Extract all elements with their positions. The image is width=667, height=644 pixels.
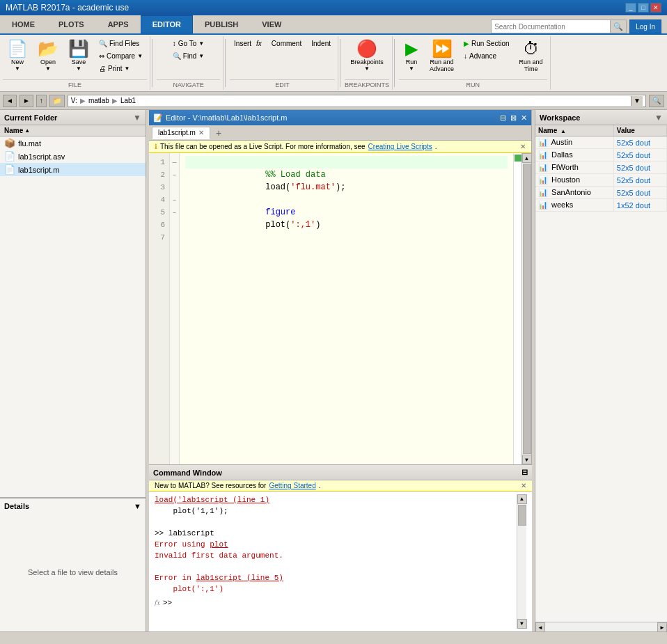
minimize-button[interactable]: _ [625, 3, 636, 13]
run-button[interactable]: ▶ Run ▼ [399, 38, 424, 74]
save-dropdown-icon: ▼ [76, 65, 81, 72]
path-search-button[interactable]: 🔍 [649, 95, 664, 107]
indent-button[interactable]: Indent [307, 38, 335, 49]
save-icon: 💾 [68, 40, 89, 57]
advance-button[interactable]: ↓ Advance [460, 50, 513, 62]
cmd-notification-close[interactable]: ✕ [521, 482, 526, 489]
editor-float-btn[interactable]: ⊠ [510, 113, 517, 123]
comment-button[interactable]: Comment [267, 38, 306, 49]
lab1script-error-link[interactable]: lab1script (line 5) [196, 574, 283, 582]
breakpoints-button[interactable]: 🔴 Breakpoints ▼ [346, 38, 388, 74]
browse-button[interactable]: 📁 [49, 95, 65, 107]
tab-home[interactable]: HOME [0, 15, 47, 33]
tab-view[interactable]: VIEW [250, 15, 293, 33]
austin-icon: 📊 [538, 138, 548, 146]
editor-scroll-up[interactable]: ▲ [522, 153, 532, 163]
current-folder-menu[interactable]: ▼ [133, 113, 141, 123]
workspace-title: Workspace [540, 113, 581, 122]
cmd-scroll-up[interactable]: ▲ [517, 494, 527, 504]
maximize-button[interactable]: □ [638, 3, 649, 13]
creating-live-scripts-link[interactable]: Creating Live Scripts [368, 143, 432, 150]
details-toggle[interactable]: ▼ [134, 502, 141, 510]
tab-editor[interactable]: EDITOR [141, 15, 193, 33]
workspace-row-weeks[interactable]: 📊 weeks 1x52 dout [535, 199, 667, 212]
run-time-button[interactable]: ⏱ Run and Time [515, 38, 547, 75]
run-col: ▶ Run Section ↓ Advance [460, 38, 513, 62]
workspace-row-ftworth[interactable]: 📊 FtWorth 52x5 dout [535, 162, 667, 174]
print-button[interactable]: 🖨 Print ▼ [95, 63, 147, 74]
plot-error-link[interactable]: plot [210, 540, 228, 549]
run-advance-button[interactable]: ⏩ Run and Advance [425, 38, 458, 75]
tab-publish[interactable]: PUBLISH [193, 15, 250, 33]
editor-scrollbar-v[interactable]: ▲ ▼ [521, 153, 531, 464]
tab-apps[interactable]: APPS [96, 15, 141, 33]
path-dropdown[interactable]: ▼ [631, 96, 643, 106]
cmd-maximize-btn[interactable]: ⊟ [521, 468, 528, 476]
ws-scroll-left[interactable]: ◄ [535, 622, 545, 631]
file-item-flu-mat[interactable]: 📦 flu.mat [0, 136, 146, 150]
forward-button[interactable]: ► [19, 95, 33, 107]
editor-tab-lab1script[interactable]: lab1script.m ✕ [152, 127, 210, 139]
cmd-scroll-down[interactable]: ▼ [517, 619, 527, 629]
login-button[interactable]: Log In [629, 19, 661, 33]
goto-label: Go To [178, 40, 197, 47]
search-input[interactable] [492, 20, 610, 33]
editor-title: Editor - V:\matlab\Lab1\lab1script.m [166, 113, 287, 122]
advance-label: Advance [469, 52, 496, 60]
find-button[interactable]: 🔍 Find ▼ [168, 50, 208, 62]
file-item-lab1script-m[interactable]: 📄 lab1script.m [0, 163, 146, 176]
editor-tab-close[interactable]: ✕ [198, 129, 204, 136]
line-num-2: 2 [153, 168, 165, 181]
find-files-button[interactable]: 🔍 Find Files [95, 38, 147, 49]
cmd-scroll-thumb[interactable] [518, 505, 526, 526]
workspace-name-header[interactable]: Name ▲ [535, 125, 613, 136]
tab-bar: HOME PLOTS APPS EDITOR PUBLISH VIEW 🔍 Lo… [0, 15, 667, 35]
workspace-row-austin[interactable]: 📊 Austin 52x5 dout [535, 136, 667, 149]
cmd-scrollbar-v[interactable]: ▲ ▼ [517, 494, 526, 629]
editor-close-btn[interactable]: ✕ [521, 113, 527, 123]
file-small-buttons: 🔍 Find Files ⇔ Compare ▼ 🖨 Print ▼ [95, 38, 147, 74]
find-label: Find [183, 52, 196, 60]
info-bar-close[interactable]: ✕ [520, 143, 526, 150]
code-comment-1: %% Load data [245, 170, 325, 180]
close-button[interactable]: ✕ [650, 3, 661, 13]
run-section-button[interactable]: ▶ Run Section [460, 38, 513, 49]
workspace-row-houston[interactable]: 📊 Houston 52x5 dout [535, 174, 667, 187]
editor-scroll-thumb[interactable] [523, 164, 531, 454]
code-keyword-4: figure [265, 207, 295, 217]
tab-plots[interactable]: PLOTS [47, 15, 96, 33]
file-item-lab1script-asv[interactable]: 📄 lab1script.asv [0, 150, 146, 163]
code-editor[interactable]: %% Load data load('flu.mat'); figure plo… [180, 153, 513, 464]
open-button[interactable]: 📂 Open ▼ [33, 38, 63, 74]
ribbon-breakpoints-content: 🔴 Breakpoints ▼ [346, 38, 388, 78]
details-text: Select a file to view details [28, 568, 118, 576]
insert-button[interactable]: Insert fx [230, 38, 266, 49]
compare-button[interactable]: ⇔ Compare ▼ [95, 50, 147, 62]
ftworth-icon: 📊 [538, 163, 548, 171]
cmd-output-7 [155, 561, 514, 572]
cmd-input[interactable] [175, 599, 514, 607]
workspace-value-header[interactable]: Value [613, 125, 666, 136]
sort-icon: ▲ [24, 127, 30, 134]
getting-started-link[interactable]: Getting Started [269, 482, 315, 489]
workspace-menu[interactable]: ▼ [654, 113, 663, 123]
editor-add-tab[interactable]: + [213, 127, 224, 139]
search-button[interactable]: 🔍 [610, 20, 626, 33]
editor-minimize-btn[interactable]: ⊟ [500, 113, 506, 123]
save-label: Save [72, 58, 86, 65]
print-label: Print [108, 65, 123, 72]
edit-group-label: EDIT [230, 79, 335, 88]
new-button[interactable]: 📄 New ▼ [3, 38, 32, 74]
up-button[interactable]: ↑ [36, 95, 47, 107]
cmd-prompt-line: 𝑓𝑥 >> [155, 597, 514, 608]
back-button[interactable]: ◄ [3, 95, 17, 107]
goto-button[interactable]: ↕ Go To ▼ [168, 38, 208, 49]
editor-scroll-down[interactable]: ▼ [522, 455, 532, 464]
workspace-row-dallas[interactable]: 📊 Dallas 52x5 dout [535, 149, 667, 162]
code-string-5: ':,1' [290, 220, 315, 230]
workspace-scrollbar-h[interactable]: ◄ ► [535, 622, 667, 631]
save-button[interactable]: 💾 Save ▼ [64, 38, 93, 74]
goto-icon: ↕ [173, 40, 176, 47]
ws-scroll-right[interactable]: ► [657, 622, 667, 631]
workspace-row-sanantonio[interactable]: 📊 SanAntonio 52x5 dout [535, 187, 667, 199]
